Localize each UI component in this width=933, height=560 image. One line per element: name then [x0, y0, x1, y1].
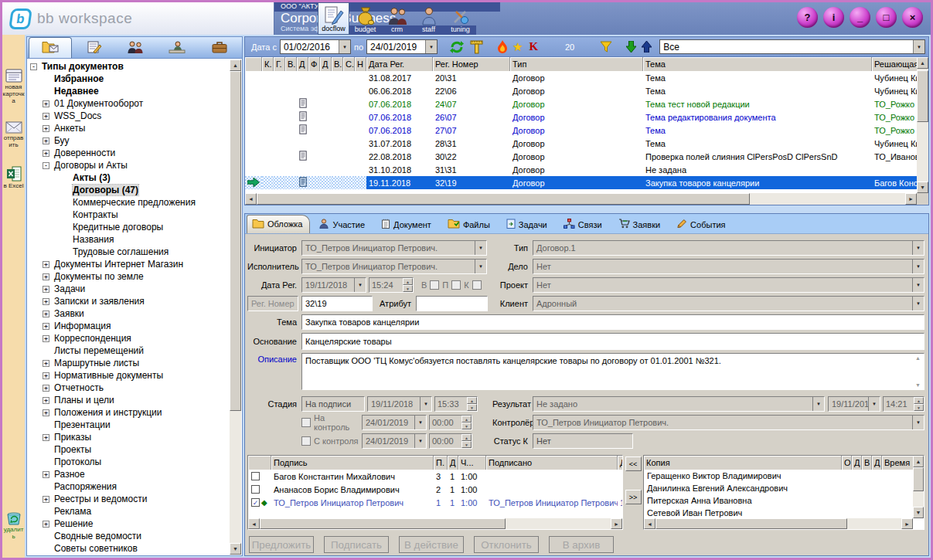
scroll-right-icon[interactable]: ►	[611, 518, 622, 529]
collapse-icon[interactable]: -	[30, 63, 37, 70]
help-button[interactable]: ?	[797, 7, 818, 28]
chevron-down-icon[interactable]: ▼	[420, 397, 431, 411]
stage-date-picker[interactable]: 19/11/2018 ▼	[367, 396, 432, 412]
module-tuning[interactable]: tuning	[444, 2, 476, 35]
arrow-up-icon[interactable]	[642, 41, 652, 53]
chevron-down-icon[interactable]: ▼	[425, 40, 437, 53]
tree-item[interactable]: +Разное	[29, 468, 229, 480]
controller-select[interactable]: ТО_Петров Инициатор Петрович. ▼	[533, 415, 924, 430]
scroll-thumb[interactable]	[655, 518, 847, 529]
spin-up-icon[interactable]: ▲	[461, 416, 472, 423]
tree-item[interactable]: Презентации	[29, 419, 229, 431]
tree-item[interactable]: +Анкеты	[29, 122, 229, 134]
executor-select[interactable]: ТО_Петров Инициатор Петрович. ▼	[301, 259, 487, 274]
column-header[interactable]: Ф	[308, 57, 320, 71]
tree-item[interactable]: +Реестры и ведомости	[29, 493, 229, 505]
spin-up-icon[interactable]: ▲	[914, 397, 924, 404]
copies-vscrollbar[interactable]: ▲ ▼	[913, 456, 924, 518]
tree-item[interactable]: +Записки и заявления	[29, 295, 229, 307]
spin-up-icon[interactable]: ▲	[467, 397, 477, 404]
column-header[interactable]: Д	[320, 57, 332, 71]
project-select[interactable]: Нет ▼	[533, 277, 924, 293]
signature-row[interactable]: Ананасов Борис Владимирович211:00	[248, 483, 622, 496]
regdate-picker[interactable]: 19/11/2018 ▼	[301, 277, 366, 293]
scroll-thumb[interactable]	[913, 467, 924, 491]
table-vertical-scrollbar[interactable]: ▲ ▼	[917, 57, 928, 193]
tree-item[interactable]: Контракты	[29, 209, 229, 221]
tree-item[interactable]: -Типы документов	[29, 60, 229, 73]
oncontrol-time-spinner[interactable]: 00:00 ▲▼	[429, 415, 472, 430]
tree-item[interactable]: +Решение	[29, 518, 229, 530]
column-header[interactable]: Н	[355, 57, 366, 71]
star-icon[interactable]: ★	[512, 40, 523, 54]
nav-tab-people[interactable]	[114, 38, 156, 58]
spin-down-icon[interactable]: ▼	[467, 404, 477, 411]
tree-item[interactable]: +Информация	[29, 320, 229, 332]
card-tab-doc[interactable]: Документ	[376, 216, 438, 233]
chevron-down-icon[interactable]: ▼	[868, 397, 880, 411]
tree-item[interactable]: +Планы и цели	[29, 394, 229, 406]
expand-icon[interactable]: +	[43, 137, 49, 144]
tree-item[interactable]: Протоколы	[29, 456, 229, 468]
k-filter-button[interactable]: K	[529, 40, 538, 53]
signatures-hscrollbar[interactable]: ◄ ►	[248, 518, 622, 529]
regnum-value[interactable]: 32\19	[301, 296, 373, 311]
card-tab-cover[interactable]: Обложка	[247, 215, 310, 233]
scroll-right-icon[interactable]: ►	[905, 193, 917, 205]
oncontrol-date-picker[interactable]: 24/01/2019 ▼	[362, 415, 427, 430]
view-filter-select[interactable]: Все ▼	[659, 39, 925, 54]
refresh-icon[interactable]	[450, 40, 464, 54]
column-header[interactable]: Д	[448, 456, 458, 470]
action-newcard[interactable]: новая карточка	[2, 69, 25, 104]
column-header[interactable]: Д	[872, 456, 882, 470]
panel-splitter[interactable]	[244, 205, 929, 213]
tree-item[interactable]: +Нормативные документы	[29, 369, 229, 382]
scroll-down-icon[interactable]: ▼	[917, 182, 928, 193]
stage-time-spinner[interactable]: 15:33 ▲▼	[434, 396, 478, 412]
column-header[interactable]: Ч...	[458, 456, 486, 470]
column-header[interactable]: Д	[297, 57, 308, 71]
signature-checkbox[interactable]: ✓	[251, 498, 260, 507]
document-row[interactable]: 07.06.201826\07ДоговорТема редактировани…	[245, 110, 917, 124]
spin-up-icon[interactable]: ▲	[461, 434, 472, 441]
card-tab-part[interactable]: Участие	[315, 216, 372, 233]
workflow-button[interactable]: В действие	[399, 536, 464, 553]
expand-icon[interactable]: +	[43, 286, 49, 293]
funnel-icon[interactable]	[600, 41, 612, 53]
tree-item[interactable]: +Маршрутные листы	[29, 357, 229, 369]
scroll-left-icon[interactable]: ◄	[248, 518, 260, 529]
result-time-spinner[interactable]: 14:21 ▲▼	[883, 396, 924, 412]
scroll-thumb[interactable]	[917, 70, 928, 122]
move-left-button[interactable]: <<	[625, 456, 642, 471]
close-button[interactable]: ×	[902, 7, 923, 28]
tree-item[interactable]: Реклама	[29, 505, 229, 518]
column-header[interactable]: Дата Рег.	[366, 57, 433, 71]
chevron-down-icon[interactable]: ▼	[912, 260, 924, 273]
chevron-down-icon[interactable]: ▼	[912, 297, 924, 311]
regnum-button[interactable]: Рег. Номер	[247, 296, 298, 311]
chevron-down-icon[interactable]: ▼	[354, 278, 366, 292]
tree-item[interactable]: +01 Документооборот	[29, 97, 229, 110]
arrow-down-icon[interactable]	[626, 41, 636, 53]
document-row[interactable]: 06.06.201822\06ДоговорТемаЧубинец Ки	[245, 84, 917, 97]
spin-down-icon[interactable]: ▼	[461, 423, 472, 429]
column-header[interactable]: Рег. Номер	[433, 57, 510, 71]
tree-item[interactable]: Сводные ведомости	[29, 530, 229, 542]
scroll-up-icon[interactable]: ▲	[913, 456, 924, 467]
offcontrol-time-spinner[interactable]: 00:00 ▲▼	[429, 433, 472, 449]
column-header[interactable]: С.	[343, 57, 355, 71]
nav-tab-case[interactable]	[199, 38, 240, 58]
scroll-down-icon[interactable]: ▼	[230, 543, 241, 555]
document-row[interactable]: 07.06.201827\07ДоговорТемаТО_Рожко	[245, 124, 917, 137]
case-select[interactable]: Нет ▼	[533, 259, 924, 274]
column-header[interactable]: Время	[882, 456, 913, 470]
basis-input[interactable]: Канцелярские товары	[301, 333, 924, 350]
tree-item[interactable]: Коммерческие предложения	[29, 196, 229, 209]
document-row[interactable]: 31.10.201831\31ДоговорНе задана	[245, 163, 917, 176]
nav-tab-foldermail[interactable]	[29, 37, 72, 58]
column-header[interactable]: Тема	[643, 57, 872, 71]
offcontrol-date-picker[interactable]: 24/01/2019 ▼	[362, 433, 427, 449]
tree-item[interactable]: +Положения и инструкции	[29, 406, 229, 419]
tree-item[interactable]: +Документы Интернет Магазин	[29, 258, 229, 270]
scroll-left-icon[interactable]: ◄	[644, 518, 655, 529]
